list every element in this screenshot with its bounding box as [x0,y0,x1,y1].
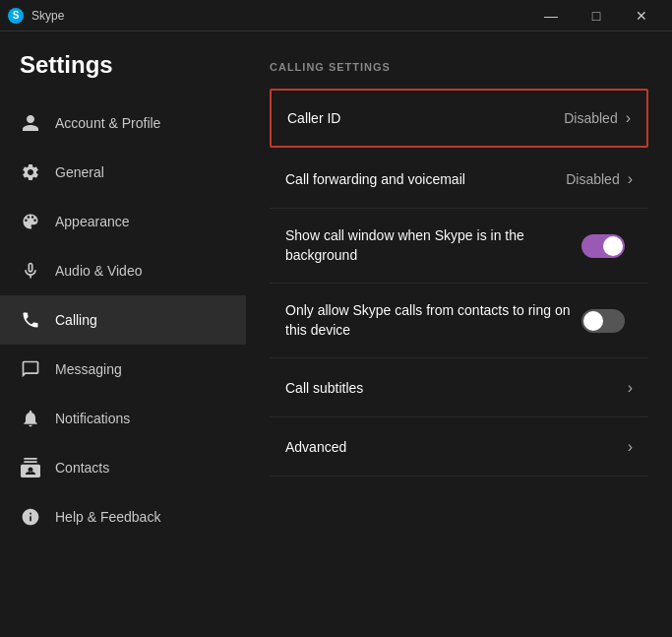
call-subtitles-label: Call subtitles [285,380,628,396]
sidebar-item-appearance-label: Appearance [55,214,130,229]
app-icon: S [8,8,24,24]
sidebar-item-calling-label: Calling [55,312,97,328]
sidebar-item-general-label: General [55,164,104,180]
advanced-label: Advanced [285,439,628,455]
advanced-row[interactable]: Advanced › [270,417,648,477]
person-icon [20,112,41,134]
show-call-window-toggle[interactable] [581,234,625,258]
call-subtitles-chevron-icon: › [628,379,633,397]
sidebar-item-appearance[interactable]: Appearance [0,197,246,246]
sidebar-item-calling[interactable]: Calling [0,295,246,345]
sidebar-item-contacts[interactable]: Contacts [0,443,246,492]
appearance-icon [20,211,41,232]
caller-id-row[interactable]: Caller ID Disabled › [270,89,648,148]
caller-id-chevron-icon: › [626,109,631,127]
only-allow-row[interactable]: Only allow Skype calls from contacts to … [270,284,648,358]
sidebar-item-messaging[interactable]: Messaging [0,345,246,394]
sidebar-item-messaging-label: Messaging [55,361,122,377]
call-forwarding-row[interactable]: Call forwarding and voicemail Disabled › [270,150,648,209]
call-forwarding-chevron-icon: › [628,170,633,188]
titlebar: S Skype — □ ✕ [0,0,672,32]
close-button[interactable]: ✕ [619,0,664,32]
caller-id-label: Caller ID [287,110,564,126]
advanced-chevron-icon: › [628,438,633,456]
sidebar-item-account-label: Account & Profile [55,115,160,131]
call-subtitles-row[interactable]: Call subtitles › [270,358,648,417]
content-area: CALLING SETTINGS Caller ID Disabled › Ca… [246,32,672,637]
only-allow-toggle[interactable] [581,309,625,333]
sidebar-item-help-label: Help & Feedback [55,509,160,525]
bell-icon [20,408,41,429]
message-icon [20,358,41,380]
gear-icon [20,161,41,183]
info-icon [20,506,41,528]
sidebar-item-contacts-label: Contacts [55,460,109,476]
show-call-window-row[interactable]: Show call window when Skype is in the ba… [270,209,648,284]
app-container: Settings Account & Profile General Appea… [0,32,672,637]
mic-icon [20,260,41,282]
sidebar: Settings Account & Profile General Appea… [0,32,246,637]
contacts-icon [20,457,41,478]
sidebar-item-audio-video[interactable]: Audio & Video [0,246,246,295]
sidebar-item-notifications[interactable]: Notifications [0,394,246,443]
app-title: Skype [31,9,528,23]
sidebar-item-account[interactable]: Account & Profile [0,98,246,148]
toggle-knob [603,236,623,256]
settings-heading: Settings [0,51,246,98]
sidebar-item-audio-video-label: Audio & Video [55,263,142,279]
maximize-button[interactable]: □ [574,0,619,32]
sidebar-item-notifications-label: Notifications [55,411,130,426]
only-allow-label: Only allow Skype calls from contacts to … [285,301,581,340]
calling-icon [20,309,41,331]
call-forwarding-label: Call forwarding and voicemail [285,171,566,187]
show-call-window-label: Show call window when Skype is in the ba… [285,226,581,265]
sidebar-item-help[interactable]: Help & Feedback [0,492,246,541]
section-title: CALLING SETTINGS [270,61,648,73]
window-controls: — □ ✕ [528,0,664,32]
minimize-button[interactable]: — [528,0,574,32]
sidebar-item-general[interactable]: General [0,148,246,197]
caller-id-value: Disabled [564,110,617,126]
toggle-knob-2 [583,311,603,331]
call-forwarding-value: Disabled [566,171,619,187]
